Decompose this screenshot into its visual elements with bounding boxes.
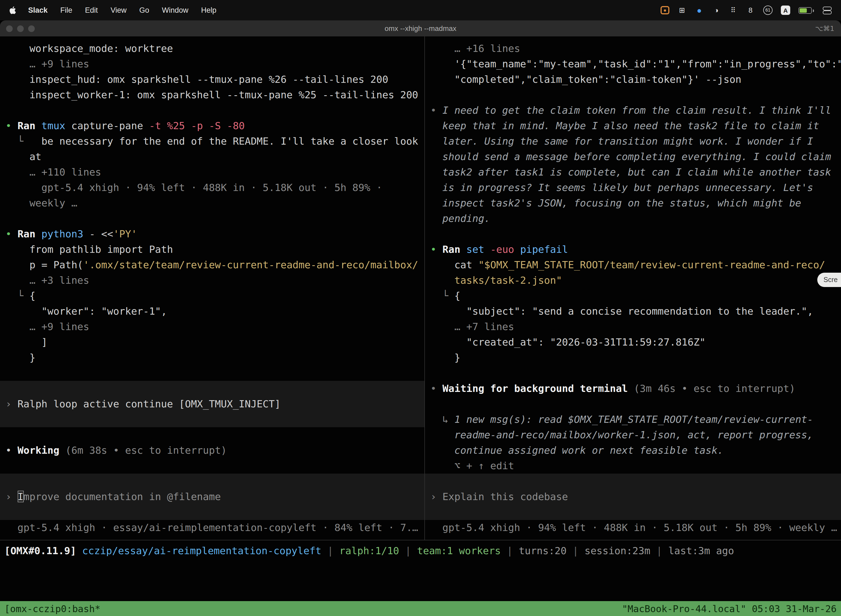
terminal-line: workspace_mode: worktree xyxy=(0,41,424,56)
terminal-line: ⌥ + ↑ edit xyxy=(425,458,841,474)
waiting-status: • Waiting for background terminal (3m 46… xyxy=(425,381,841,396)
menu-window[interactable]: Window xyxy=(162,6,189,14)
blank-line xyxy=(0,427,424,443)
terminal-line: later. Using the same for transition mig… xyxy=(425,133,841,149)
menu-edit[interactable]: Edit xyxy=(85,6,98,14)
terminal-line: └ { xyxy=(0,288,424,304)
terminal-line: … +9 lines xyxy=(0,56,424,72)
screen-recording-icon[interactable] xyxy=(661,6,670,14)
menu-file[interactable]: File xyxy=(60,6,73,14)
screenshot-notification[interactable]: Scre xyxy=(818,273,841,287)
terminal-window: omx --xhigh --madmax ⌥⌘1 workspace_mode:… xyxy=(0,21,841,616)
terminal-line: continue assigned work or next feasible … xyxy=(425,443,841,458)
status-divider xyxy=(0,540,841,540)
blank-line xyxy=(425,396,841,412)
pane-left-lines: workspace_mode: worktree … +9 lines insp… xyxy=(0,37,424,540)
zoom-button[interactable] xyxy=(28,25,35,32)
screenshot-notification-label: Scre xyxy=(823,276,838,284)
screen: SlackFileEditViewGoWindowHelp ⊞●◑⠿861A o… xyxy=(0,0,841,616)
menu-slack[interactable]: Slack xyxy=(28,6,48,14)
input-source-icon[interactable]: A xyxy=(781,6,790,15)
terminal-line: p = Path('.omx/state/team/review-current… xyxy=(0,257,424,273)
blank-line xyxy=(425,365,841,381)
terminal-line: "completed","claim_token":"claim-token"}… xyxy=(425,72,841,87)
pane-right-lines: … +16 lines '{"team_name":"my-team","tas… xyxy=(425,37,841,540)
tmux-status-bar: [omx-cczip0:bash* "MacBook-Pro-44.local"… xyxy=(0,601,841,616)
terminal-line: "subject": "send a concise recommendatio… xyxy=(425,304,841,319)
terminal-line: "worker": "worker-1", xyxy=(0,304,424,319)
menubar: SlackFileEditViewGoWindowHelp ⊞●◑⠿861A xyxy=(0,0,841,21)
blank-line xyxy=(0,103,424,118)
blank-line xyxy=(0,458,424,474)
menubar-menus: SlackFileEditViewGoWindowHelp xyxy=(28,6,216,14)
omx-status-line: [OMX#0.11.9] cczip/essay/ai-reimplementa… xyxy=(0,543,841,559)
terminal-line: "created_at": "2026-03-31T11:59:27.816Z" xyxy=(425,334,841,350)
gauge-61-icon[interactable]: 61 xyxy=(763,6,772,15)
minimize-button[interactable] xyxy=(17,25,24,32)
terminal-line: task2 after task1 is complete, but can I… xyxy=(425,164,841,180)
blank-line xyxy=(0,211,424,226)
terminal-line: • I need to get the claim token from the… xyxy=(425,103,841,118)
status-icons: ⊞●◑⠿861A xyxy=(661,5,832,15)
terminal-line: } xyxy=(425,350,841,365)
keypad-8-icon[interactable]: 8 xyxy=(746,5,755,15)
working-status: • Working (6m 38s • esc to interrupt) xyxy=(0,443,424,458)
menu-help[interactable]: Help xyxy=(201,6,217,14)
control-center-icon[interactable] xyxy=(822,6,832,14)
terminal-line: keep that in mind. Maybe I also need the… xyxy=(425,118,841,133)
terminal-line: … +3 lines xyxy=(0,273,424,288)
terminal-line: … +16 lines xyxy=(425,41,841,56)
prompt-input-right[interactable]: › Explain this codebase xyxy=(425,474,841,520)
terminal-line: gpt-5.4 xhigh · 94% left · 488K in · 5.1… xyxy=(0,180,424,195)
blank-line xyxy=(425,87,841,103)
terminal-line: readme-and-reco/mailbox/worker-1.json, a… xyxy=(425,427,841,443)
dots-grid-icon[interactable]: ⠿ xyxy=(729,5,738,15)
tmux-session-label: [omx-cczip0:bash* xyxy=(4,603,100,614)
contrast-app-icon[interactable]: ◑ xyxy=(712,5,721,15)
pane-footer-right: gpt-5.4 xhigh · 94% left · 488K in · 5.1… xyxy=(425,520,841,535)
blank-line xyxy=(0,365,424,381)
terminal-line: └ { xyxy=(425,288,841,304)
terminal-line: '{"team_name":"my-team","task_id":"1","f… xyxy=(425,56,841,72)
terminal-line: pending. xyxy=(425,211,841,226)
traffic-lights xyxy=(0,25,35,32)
battery-icon[interactable] xyxy=(799,7,812,13)
titlebar: omx --xhigh --madmax ⌥⌘1 xyxy=(0,21,841,37)
terminal-line: inspect task2's JSON, focusing on the st… xyxy=(425,195,841,211)
terminal-line: • Ran tmux capture-pane -t %25 -p -S -80 xyxy=(0,118,424,133)
app-grid-icon[interactable]: ⊞ xyxy=(678,5,687,15)
terminal-line: inspect_worker-1: omx sparkshell --tmux-… xyxy=(0,87,424,103)
tmux-host-clock: "MacBook-Pro-44.local" 05:03 31-Mar-26 xyxy=(622,603,837,614)
terminal-line: └ be necessary for the end of the README… xyxy=(0,133,424,149)
terminal-line: tasks/task-2.json" xyxy=(425,273,841,288)
terminal-line: inspect_hud: omx sparkshell --tmux-pane … xyxy=(0,72,424,87)
close-button[interactable] xyxy=(6,25,13,32)
queued-message-banner: › Ralph loop active continue [OMX_TMUX_I… xyxy=(0,381,424,427)
terminal-line: … +110 lines xyxy=(0,164,424,180)
panes-region: workspace_mode: worktree … +9 lines insp… xyxy=(0,37,841,540)
blank-line xyxy=(425,226,841,242)
terminal-line: • Ran set -euo pipefail xyxy=(425,242,841,257)
window-title: omx --xhigh --madmax xyxy=(0,24,841,32)
window-shortcut-hint: ⌥⌘1 xyxy=(815,24,841,32)
terminal-line: … +9 lines xyxy=(0,319,424,334)
terminal-line: ↳ 1 new msg(s): read $OMX_TEAM_STATE_ROO… xyxy=(425,412,841,427)
pane-footer-left: gpt-5.4 xhigh · essay/ai-reimplementatio… xyxy=(0,520,424,535)
prompt-input-left[interactable]: › Improve documentation in @filename xyxy=(0,474,424,520)
terminal-line: weekly … xyxy=(0,195,424,211)
terminal-line: is in progress? It seems likely but perh… xyxy=(425,180,841,195)
blue-app-icon[interactable]: ● xyxy=(695,5,703,15)
terminal-line: cat "$OMX_TEAM_STATE_ROOT/team/review-cu… xyxy=(425,257,841,273)
terminal-line: from pathlib import Path xyxy=(0,242,424,257)
terminal-line: } xyxy=(0,350,424,365)
terminal-line: • Ran python3 - <<'PY' xyxy=(0,226,424,242)
terminal-line: should send a message before completing … xyxy=(425,149,841,164)
terminal-line: … +7 lines xyxy=(425,319,841,334)
menu-view[interactable]: View xyxy=(111,6,127,14)
terminal-line: at xyxy=(0,149,424,164)
apple-menu-icon[interactable] xyxy=(9,6,16,14)
menu-go[interactable]: Go xyxy=(139,6,149,14)
terminal-line: ] xyxy=(0,334,424,350)
